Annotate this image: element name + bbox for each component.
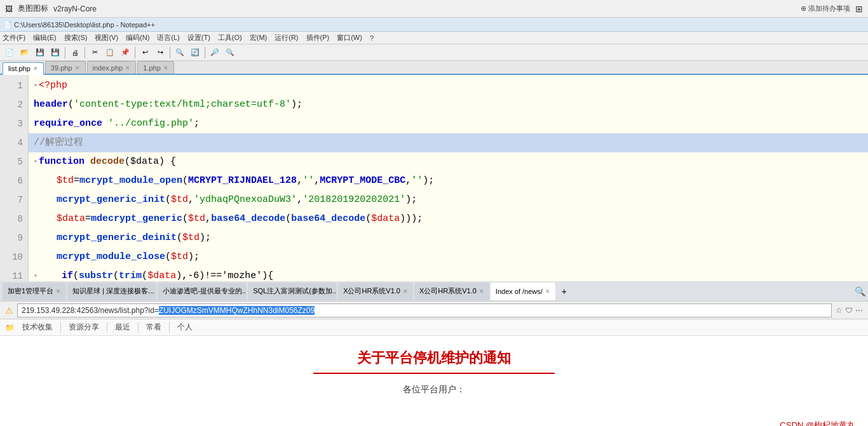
- code-line-5: ▪ function decode ($data) {: [29, 152, 868, 171]
- replace-button[interactable]: 🔄: [188, 46, 202, 60]
- bookmark-recent-label: 最近: [115, 322, 130, 333]
- collapse-5[interactable]: ▪: [34, 152, 37, 171]
- browser-tab-4-close[interactable]: ✕: [403, 288, 408, 295]
- add-task-icon: ⊕: [801, 4, 806, 13]
- zoom-out-button[interactable]: 🔍: [223, 46, 237, 60]
- fn-mcrypt-open: mcrypt_module_open: [79, 171, 182, 190]
- address-bar: ⚠ 219.153.49.228:42563/news/list.php?id=…: [0, 302, 868, 319]
- var-data2: $data: [371, 210, 400, 229]
- kw-function: function: [39, 152, 85, 171]
- bookmark-resources[interactable]: 资源分享: [69, 322, 99, 333]
- bookmark-sep1: [60, 323, 61, 333]
- bookmark-frequent[interactable]: 常看: [146, 322, 161, 333]
- menu-plugin[interactable]: 插件(P): [306, 33, 330, 43]
- str-content-type: 'content-type:text/html;charset=utf-8': [74, 95, 291, 114]
- collapse-11[interactable]: ▪: [34, 267, 37, 281]
- zoom-in-button[interactable]: 🔎: [208, 46, 222, 60]
- browser-tab-4[interactable]: X公司HR系统V1.0 ✕: [338, 283, 413, 300]
- sep3: [135, 47, 135, 58]
- save-all-button[interactable]: 💾: [48, 46, 62, 60]
- cut-button[interactable]: ✂: [88, 46, 102, 60]
- menu-macro[interactable]: 宏(M): [250, 33, 268, 43]
- address-url-field[interactable]: 219.153.49.228:42563/news/list.php?id=ZU…: [17, 303, 832, 317]
- code-line-3: require_once '../config.php' ;: [29, 114, 868, 133]
- system-app-right: v2rayN-Core: [53, 4, 97, 13]
- browser-tab-5[interactable]: X公司HR系统V1.0 ✕: [414, 283, 489, 300]
- browser-tab-0[interactable]: 加密1管理平台 ✕: [3, 283, 66, 300]
- menu-help[interactable]: ?: [370, 34, 374, 42]
- bookmark-recent[interactable]: 最近: [115, 322, 130, 333]
- new-button[interactable]: 📄: [3, 46, 17, 60]
- menu-run[interactable]: 运行(R): [275, 33, 298, 43]
- sep5: [205, 47, 205, 58]
- str-config: '../config.php': [108, 114, 194, 133]
- tab-index-php[interactable]: index.php ✕: [87, 61, 137, 74]
- line-num-10: 10: [5, 248, 23, 267]
- line-num-8: 8: [5, 210, 23, 229]
- tab-list-php[interactable]: list.php ✕: [3, 62, 44, 75]
- menu-tools[interactable]: 工具(O): [218, 33, 242, 43]
- browser-tab-6-close[interactable]: ✕: [545, 288, 550, 295]
- tab-index-php-close[interactable]: ✕: [125, 65, 130, 71]
- app-icon: 🖼: [5, 4, 13, 13]
- print-button[interactable]: 🖨: [68, 46, 82, 60]
- line-num-5: 5: [5, 152, 23, 171]
- browser-tab-bar: 加密1管理平台 ✕ 知识星球 | 深度连接极客... ✕ 小迪渗透吧-提供最专业…: [0, 281, 868, 302]
- tab-39-php-close[interactable]: ✕: [75, 65, 80, 71]
- url-param: ZUIJOGMzSmVMMHQwZHhNN3diM056Zz09: [159, 306, 315, 315]
- editor-area: 1 2 3 4 5 6 7 8 9 10 11 ▪ <?php header (…: [0, 75, 868, 281]
- bookmark-personal[interactable]: 个人: [177, 322, 193, 333]
- kw-if: if: [62, 267, 73, 281]
- browser-tab-3[interactable]: SQL注入富洞测试(参数加... ✕: [248, 283, 337, 300]
- tab-1-php[interactable]: 1.php ✕: [137, 61, 174, 74]
- browser-tab-5-close[interactable]: ✕: [479, 288, 484, 295]
- var-td3: $td: [188, 210, 205, 229]
- browser-search-icon[interactable]: 🔍: [855, 286, 865, 296]
- bookmark-star-icon[interactable]: ☆: [836, 306, 843, 315]
- browser-tab-2-label: 小迪渗透吧-提供最专业的...: [163, 286, 247, 296]
- comment-decode: //解密过程: [34, 133, 83, 152]
- code-content[interactable]: ▪ <?php header ( 'content-type:text/html…: [29, 75, 868, 281]
- menu-view[interactable]: 视图(V): [95, 33, 118, 43]
- tab-list-php-close[interactable]: ✕: [33, 65, 38, 72]
- browser-tab-add[interactable]: +: [557, 284, 572, 299]
- undo-button[interactable]: ↩: [138, 46, 152, 60]
- tab-1-php-close[interactable]: ✕: [163, 65, 168, 71]
- browser-tab-6[interactable]: Index of /news/ ✕: [491, 283, 555, 300]
- menu-file[interactable]: 文件(F): [3, 33, 25, 43]
- find-button[interactable]: 🔍: [173, 46, 187, 60]
- notepad-tab-bar: list.php ✕ 39.php ✕ index.php ✕ 1.php ✕: [0, 61, 868, 75]
- menu-search[interactable]: 搜索(S): [64, 33, 88, 43]
- menu-window[interactable]: 窗口(W): [337, 33, 362, 43]
- line-num-4: 4: [5, 133, 23, 152]
- paste-button[interactable]: 📌: [118, 46, 132, 60]
- redo-button[interactable]: ↪: [153, 46, 167, 60]
- bookmark-sep3: [138, 323, 139, 333]
- bookmark-tech[interactable]: 技术收集: [22, 322, 53, 333]
- fn-b64-1: base64_decode: [211, 210, 285, 229]
- menu-edit[interactable]: 编辑(E): [33, 33, 57, 43]
- save-button[interactable]: 💾: [33, 46, 47, 60]
- menu-encode[interactable]: 编码(N): [126, 33, 149, 43]
- browser-tab-1[interactable]: 知识星球 | 深度连接极客... ✕: [67, 283, 156, 300]
- browser-tab-2[interactable]: 小迪渗透吧-提供最专业的... ✕: [158, 283, 247, 300]
- const-rijndael: MCRYPT_RIJNDAEL_128: [188, 171, 297, 190]
- line-num-6: 6: [5, 171, 23, 190]
- bookmarks-bar: 📁 技术收集 资源分享 最近 常看 个人: [0, 319, 868, 336]
- menu-lang[interactable]: 语言(L): [157, 33, 179, 43]
- copy-button[interactable]: 📋: [103, 46, 117, 60]
- menu-settings[interactable]: 设置(T): [187, 33, 210, 43]
- code-line-6: $td = mcrypt_module_open ( MCRYPT_RIJNDA…: [29, 171, 868, 190]
- kw-header: header: [34, 95, 68, 114]
- str-empty2: '': [411, 171, 423, 190]
- collapse-1[interactable]: ▪: [34, 76, 37, 95]
- tab-39-php[interactable]: 39.php ✕: [45, 61, 86, 74]
- tab-39-php-label: 39.php: [51, 64, 72, 72]
- tab-list-php-label: list.php: [8, 65, 31, 72]
- browser-tab-0-close[interactable]: ✕: [56, 288, 61, 295]
- more-icon[interactable]: ⋯: [855, 306, 863, 315]
- bookmark-personal-label: 个人: [177, 322, 193, 333]
- open-button[interactable]: 📂: [18, 46, 32, 60]
- add-task-button[interactable]: ⊕ 添加待办事项: [801, 4, 850, 13]
- csdn-watermark: CSDN @枸杞地黄丸: [780, 420, 855, 426]
